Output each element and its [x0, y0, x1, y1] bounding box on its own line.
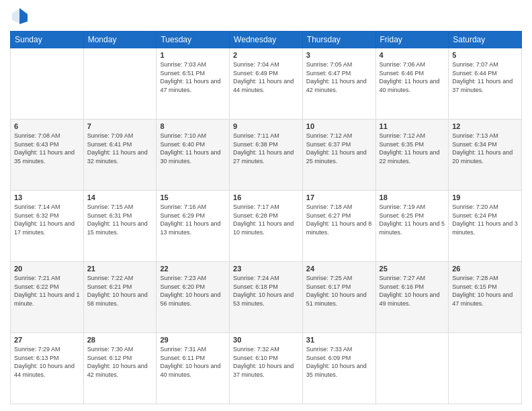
day-info: Sunrise: 7:22 AMSunset: 6:21 PMDaylight:…: [87, 274, 153, 308]
logo: [10, 7, 32, 26]
col-monday: Monday: [83, 32, 157, 48]
day-number: 31: [306, 336, 372, 344]
day-number: 25: [380, 265, 445, 273]
day-info: Sunrise: 7:20 AMSunset: 6:24 PMDaylight:…: [452, 203, 518, 236]
day-number: 15: [160, 193, 226, 201]
table-row: 14 Sunrise: 7:15 AMSunset: 6:31 PMDaylig…: [83, 191, 157, 262]
day-number: 20: [14, 265, 80, 273]
day-info: Sunrise: 7:06 AMSunset: 6:46 PMDaylight:…: [380, 60, 445, 94]
table-row: 9 Sunrise: 7:11 AMSunset: 6:38 PMDayligh…: [230, 120, 303, 191]
logo-icon: [10, 7, 29, 26]
day-number: 14: [87, 193, 153, 201]
table-row: 29 Sunrise: 7:31 AMSunset: 6:11 PMDaylig…: [157, 333, 230, 404]
table-row: [83, 48, 157, 120]
table-row: 25 Sunrise: 7:27 AMSunset: 6:16 PMDaylig…: [375, 262, 449, 333]
day-info: Sunrise: 7:14 AMSunset: 6:32 PMDaylight:…: [14, 203, 80, 236]
day-number: 11: [380, 122, 445, 130]
calendar-header-row: Sunday Monday Tuesday Wednesday Thursday…: [11, 32, 522, 48]
table-row: 17 Sunrise: 7:18 AMSunset: 6:27 PMDaylig…: [302, 191, 375, 262]
day-info: Sunrise: 7:19 AMSunset: 6:25 PMDaylight:…: [380, 203, 445, 236]
day-number: 22: [160, 265, 226, 273]
table-row: 5 Sunrise: 7:07 AMSunset: 6:44 PMDayligh…: [449, 48, 522, 120]
day-number: 21: [87, 265, 153, 273]
calendar-week-row: 20 Sunrise: 7:21 AMSunset: 6:22 PMDaylig…: [11, 262, 522, 333]
day-info: Sunrise: 7:32 AMSunset: 6:10 PMDaylight:…: [233, 345, 299, 379]
table-row: 6 Sunrise: 7:08 AMSunset: 6:43 PMDayligh…: [11, 120, 84, 191]
col-saturday: Saturday: [449, 32, 522, 48]
day-number: 10: [306, 122, 372, 130]
table-row: 21 Sunrise: 7:22 AMSunset: 6:21 PMDaylig…: [83, 262, 157, 333]
col-friday: Friday: [375, 32, 449, 48]
table-row: 16 Sunrise: 7:17 AMSunset: 6:28 PMDaylig…: [230, 191, 303, 262]
calendar: Sunday Monday Tuesday Wednesday Thursday…: [10, 31, 522, 404]
day-info: Sunrise: 7:23 AMSunset: 6:20 PMDaylight:…: [160, 274, 226, 308]
day-number: 17: [306, 193, 372, 201]
table-row: 4 Sunrise: 7:06 AMSunset: 6:46 PMDayligh…: [375, 48, 449, 120]
day-number: 6: [14, 122, 80, 130]
table-row: 31 Sunrise: 7:33 AMSunset: 6:09 PMDaylig…: [302, 333, 375, 404]
day-number: 3: [306, 51, 372, 59]
day-number: 18: [380, 193, 445, 201]
table-row: [449, 333, 522, 404]
day-number: 5: [452, 51, 518, 59]
day-info: Sunrise: 7:07 AMSunset: 6:44 PMDaylight:…: [452, 60, 518, 94]
day-number: 8: [160, 122, 226, 130]
day-number: 30: [233, 336, 299, 344]
day-info: Sunrise: 7:08 AMSunset: 6:43 PMDaylight:…: [14, 132, 80, 165]
col-thursday: Thursday: [302, 32, 375, 48]
header: [10, 7, 522, 26]
day-info: Sunrise: 7:05 AMSunset: 6:47 PMDaylight:…: [306, 60, 372, 94]
day-number: 4: [380, 51, 445, 59]
calendar-week-row: 6 Sunrise: 7:08 AMSunset: 6:43 PMDayligh…: [11, 120, 522, 191]
day-info: Sunrise: 7:12 AMSunset: 6:35 PMDaylight:…: [380, 132, 445, 165]
page: Sunday Monday Tuesday Wednesday Thursday…: [0, 0, 532, 411]
table-row: 12 Sunrise: 7:13 AMSunset: 6:34 PMDaylig…: [449, 120, 522, 191]
day-info: Sunrise: 7:18 AMSunset: 6:27 PMDaylight:…: [306, 203, 372, 236]
table-row: 22 Sunrise: 7:23 AMSunset: 6:20 PMDaylig…: [157, 262, 230, 333]
table-row: 26 Sunrise: 7:28 AMSunset: 6:15 PMDaylig…: [449, 262, 522, 333]
table-row: 3 Sunrise: 7:05 AMSunset: 6:47 PMDayligh…: [302, 48, 375, 120]
table-row: 15 Sunrise: 7:16 AMSunset: 6:29 PMDaylig…: [157, 191, 230, 262]
table-row: 1 Sunrise: 7:03 AMSunset: 6:51 PMDayligh…: [157, 48, 230, 120]
day-info: Sunrise: 7:24 AMSunset: 6:18 PMDaylight:…: [233, 274, 299, 308]
table-row: 8 Sunrise: 7:10 AMSunset: 6:40 PMDayligh…: [157, 120, 230, 191]
table-row: 2 Sunrise: 7:04 AMSunset: 6:49 PMDayligh…: [230, 48, 303, 120]
day-info: Sunrise: 7:10 AMSunset: 6:40 PMDaylight:…: [160, 132, 226, 165]
calendar-week-row: 1 Sunrise: 7:03 AMSunset: 6:51 PMDayligh…: [11, 48, 522, 120]
svg-marker-2: [19, 8, 28, 24]
day-info: Sunrise: 7:29 AMSunset: 6:13 PMDaylight:…: [14, 345, 80, 379]
table-row: 10 Sunrise: 7:12 AMSunset: 6:37 PMDaylig…: [302, 120, 375, 191]
day-number: 9: [233, 122, 299, 130]
day-info: Sunrise: 7:33 AMSunset: 6:09 PMDaylight:…: [306, 345, 372, 379]
day-info: Sunrise: 7:04 AMSunset: 6:49 PMDaylight:…: [233, 60, 299, 94]
table-row: 18 Sunrise: 7:19 AMSunset: 6:25 PMDaylig…: [375, 191, 449, 262]
day-info: Sunrise: 7:31 AMSunset: 6:11 PMDaylight:…: [160, 345, 226, 379]
col-sunday: Sunday: [11, 32, 84, 48]
day-info: Sunrise: 7:17 AMSunset: 6:28 PMDaylight:…: [233, 203, 299, 236]
table-row: 24 Sunrise: 7:25 AMSunset: 6:17 PMDaylig…: [302, 262, 375, 333]
day-number: 2: [233, 51, 299, 59]
day-info: Sunrise: 7:12 AMSunset: 6:37 PMDaylight:…: [306, 132, 372, 165]
day-number: 7: [87, 122, 153, 130]
day-info: Sunrise: 7:15 AMSunset: 6:31 PMDaylight:…: [87, 203, 153, 236]
table-row: 13 Sunrise: 7:14 AMSunset: 6:32 PMDaylig…: [11, 191, 84, 262]
day-info: Sunrise: 7:27 AMSunset: 6:16 PMDaylight:…: [380, 274, 445, 308]
table-row: 30 Sunrise: 7:32 AMSunset: 6:10 PMDaylig…: [230, 333, 303, 404]
day-number: 23: [233, 265, 299, 273]
calendar-week-row: 13 Sunrise: 7:14 AMSunset: 6:32 PMDaylig…: [11, 191, 522, 262]
day-number: 13: [14, 193, 80, 201]
day-number: 19: [452, 193, 518, 201]
day-number: 12: [452, 122, 518, 130]
day-info: Sunrise: 7:21 AMSunset: 6:22 PMDaylight:…: [14, 274, 80, 308]
col-tuesday: Tuesday: [157, 32, 230, 48]
table-row: 11 Sunrise: 7:12 AMSunset: 6:35 PMDaylig…: [375, 120, 449, 191]
day-info: Sunrise: 7:16 AMSunset: 6:29 PMDaylight:…: [160, 203, 226, 236]
day-number: 26: [452, 265, 518, 273]
day-info: Sunrise: 7:11 AMSunset: 6:38 PMDaylight:…: [233, 132, 299, 165]
day-number: 1: [160, 51, 226, 59]
day-number: 27: [14, 336, 80, 344]
table-row: [11, 48, 84, 120]
day-info: Sunrise: 7:09 AMSunset: 6:41 PMDaylight:…: [87, 132, 153, 165]
table-row: [375, 333, 449, 404]
day-number: 24: [306, 265, 372, 273]
